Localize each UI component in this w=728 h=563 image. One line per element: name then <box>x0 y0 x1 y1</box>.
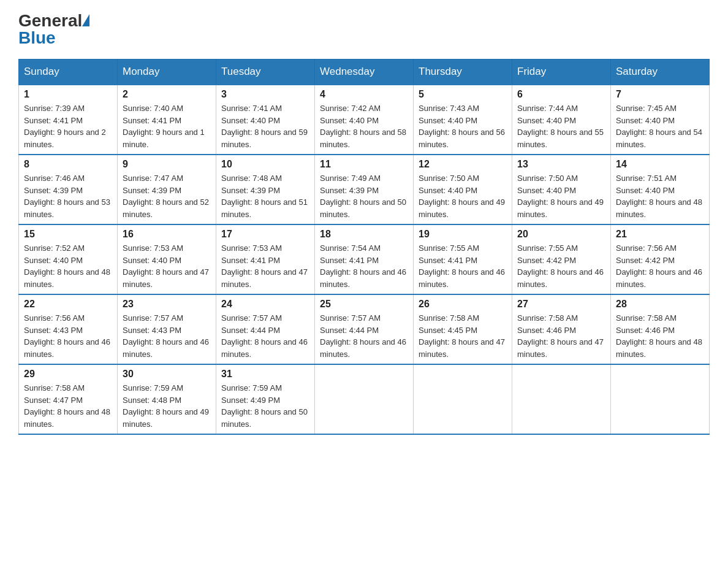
calendar-cell: 31Sunrise: 7:59 AMSunset: 4:49 PMDayligh… <box>216 364 315 434</box>
day-info: Sunrise: 7:44 AMSunset: 4:40 PMDaylight:… <box>517 102 605 150</box>
day-number: 2 <box>123 89 211 100</box>
calendar-header-wednesday: Wednesday <box>315 59 414 85</box>
day-info: Sunrise: 7:40 AMSunset: 4:41 PMDaylight:… <box>123 102 211 150</box>
calendar-cell: 30Sunrise: 7:59 AMSunset: 4:48 PMDayligh… <box>118 364 216 434</box>
calendar-cell: 28Sunrise: 7:58 AMSunset: 4:46 PMDayligh… <box>611 294 710 364</box>
day-info: Sunrise: 7:49 AMSunset: 4:39 PMDaylight:… <box>320 172 408 220</box>
calendar-cell: 21Sunrise: 7:56 AMSunset: 4:42 PMDayligh… <box>611 224 710 294</box>
day-info: Sunrise: 7:55 AMSunset: 4:41 PMDaylight:… <box>419 242 507 290</box>
day-info: Sunrise: 7:43 AMSunset: 4:40 PMDaylight:… <box>419 102 507 150</box>
day-info: Sunrise: 7:48 AMSunset: 4:39 PMDaylight:… <box>221 172 309 220</box>
day-number: 7 <box>616 89 704 100</box>
day-number: 10 <box>221 159 309 170</box>
day-number: 27 <box>517 299 605 310</box>
calendar-cell: 9Sunrise: 7:47 AMSunset: 4:39 PMDaylight… <box>118 155 216 224</box>
calendar-cell: 8Sunrise: 7:46 AMSunset: 4:39 PMDaylight… <box>19 155 118 224</box>
calendar-cell: 3Sunrise: 7:41 AMSunset: 4:40 PMDaylight… <box>216 85 315 155</box>
day-number: 14 <box>616 159 704 170</box>
day-info: Sunrise: 7:58 AMSunset: 4:45 PMDaylight:… <box>419 312 507 360</box>
calendar-header-tuesday: Tuesday <box>216 59 315 85</box>
day-number: 1 <box>24 89 112 100</box>
day-info: Sunrise: 7:50 AMSunset: 4:40 PMDaylight:… <box>517 172 605 220</box>
day-info: Sunrise: 7:47 AMSunset: 4:39 PMDaylight:… <box>123 172 211 220</box>
day-info: Sunrise: 7:45 AMSunset: 4:40 PMDaylight:… <box>616 102 704 150</box>
calendar-header-monday: Monday <box>118 59 216 85</box>
logo-general-text: General <box>18 12 89 29</box>
calendar-cell: 6Sunrise: 7:44 AMSunset: 4:40 PMDaylight… <box>512 85 611 155</box>
day-info: Sunrise: 7:54 AMSunset: 4:41 PMDaylight:… <box>320 242 408 290</box>
day-number: 24 <box>221 299 309 310</box>
day-number: 12 <box>419 159 507 170</box>
day-number: 25 <box>320 299 408 310</box>
logo: General Blue <box>18 12 89 47</box>
day-number: 23 <box>123 299 211 310</box>
calendar-cell <box>315 364 414 434</box>
day-number: 26 <box>419 299 507 310</box>
calendar-cell <box>414 364 512 434</box>
day-number: 29 <box>24 369 112 380</box>
day-number: 20 <box>517 229 605 240</box>
day-number: 30 <box>123 369 211 380</box>
day-info: Sunrise: 7:57 AMSunset: 4:43 PMDaylight:… <box>123 312 211 360</box>
calendar-cell: 12Sunrise: 7:50 AMSunset: 4:40 PMDayligh… <box>414 155 512 224</box>
day-number: 16 <box>123 229 211 240</box>
calendar-cell: 11Sunrise: 7:49 AMSunset: 4:39 PMDayligh… <box>315 155 414 224</box>
calendar-cell: 15Sunrise: 7:52 AMSunset: 4:40 PMDayligh… <box>19 224 118 294</box>
logo-triangle-icon <box>82 14 89 26</box>
day-info: Sunrise: 7:46 AMSunset: 4:39 PMDaylight:… <box>24 172 112 220</box>
day-number: 31 <box>221 369 309 380</box>
calendar-cell: 7Sunrise: 7:45 AMSunset: 4:40 PMDaylight… <box>611 85 710 155</box>
day-number: 8 <box>24 159 112 170</box>
calendar-cell: 20Sunrise: 7:55 AMSunset: 4:42 PMDayligh… <box>512 224 611 294</box>
day-info: Sunrise: 7:52 AMSunset: 4:40 PMDaylight:… <box>24 242 112 290</box>
day-info: Sunrise: 7:56 AMSunset: 4:43 PMDaylight:… <box>24 312 112 360</box>
day-info: Sunrise: 7:53 AMSunset: 4:40 PMDaylight:… <box>123 242 211 290</box>
day-info: Sunrise: 7:50 AMSunset: 4:40 PMDaylight:… <box>419 172 507 220</box>
calendar-cell: 26Sunrise: 7:58 AMSunset: 4:45 PMDayligh… <box>414 294 512 364</box>
day-number: 28 <box>616 299 704 310</box>
day-info: Sunrise: 7:58 AMSunset: 4:46 PMDaylight:… <box>616 312 704 360</box>
day-info: Sunrise: 7:42 AMSunset: 4:40 PMDaylight:… <box>320 102 408 150</box>
calendar-cell: 27Sunrise: 7:58 AMSunset: 4:46 PMDayligh… <box>512 294 611 364</box>
calendar-cell: 5Sunrise: 7:43 AMSunset: 4:40 PMDaylight… <box>414 85 512 155</box>
calendar-week-row: 1Sunrise: 7:39 AMSunset: 4:41 PMDaylight… <box>19 85 710 155</box>
calendar-cell: 14Sunrise: 7:51 AMSunset: 4:40 PMDayligh… <box>611 155 710 224</box>
day-number: 5 <box>419 89 507 100</box>
calendar-cell: 23Sunrise: 7:57 AMSunset: 4:43 PMDayligh… <box>118 294 216 364</box>
calendar-cell: 22Sunrise: 7:56 AMSunset: 4:43 PMDayligh… <box>19 294 118 364</box>
day-number: 15 <box>24 229 112 240</box>
day-number: 13 <box>517 159 605 170</box>
day-info: Sunrise: 7:59 AMSunset: 4:49 PMDaylight:… <box>221 382 309 430</box>
day-info: Sunrise: 7:53 AMSunset: 4:41 PMDaylight:… <box>221 242 309 290</box>
day-info: Sunrise: 7:55 AMSunset: 4:42 PMDaylight:… <box>517 242 605 290</box>
calendar-cell: 4Sunrise: 7:42 AMSunset: 4:40 PMDaylight… <box>315 85 414 155</box>
day-number: 21 <box>616 229 704 240</box>
calendar-header-saturday: Saturday <box>611 59 710 85</box>
day-info: Sunrise: 7:51 AMSunset: 4:40 PMDaylight:… <box>616 172 704 220</box>
calendar-cell: 19Sunrise: 7:55 AMSunset: 4:41 PMDayligh… <box>414 224 512 294</box>
day-info: Sunrise: 7:57 AMSunset: 4:44 PMDaylight:… <box>320 312 408 360</box>
calendar-header-thursday: Thursday <box>414 59 512 85</box>
calendar-cell <box>611 364 710 434</box>
logo-blue-text: Blue <box>18 29 56 47</box>
day-info: Sunrise: 7:57 AMSunset: 4:44 PMDaylight:… <box>221 312 309 360</box>
day-info: Sunrise: 7:59 AMSunset: 4:48 PMDaylight:… <box>123 382 211 430</box>
day-number: 19 <box>419 229 507 240</box>
day-info: Sunrise: 7:58 AMSunset: 4:46 PMDaylight:… <box>517 312 605 360</box>
day-info: Sunrise: 7:39 AMSunset: 4:41 PMDaylight:… <box>24 102 112 150</box>
calendar-cell: 24Sunrise: 7:57 AMSunset: 4:44 PMDayligh… <box>216 294 315 364</box>
calendar-cell: 1Sunrise: 7:39 AMSunset: 4:41 PMDaylight… <box>19 85 118 155</box>
calendar-cell: 2Sunrise: 7:40 AMSunset: 4:41 PMDaylight… <box>118 85 216 155</box>
day-number: 6 <box>517 89 605 100</box>
day-info: Sunrise: 7:41 AMSunset: 4:40 PMDaylight:… <box>221 102 309 150</box>
day-number: 18 <box>320 229 408 240</box>
day-number: 11 <box>320 159 408 170</box>
calendar-cell: 13Sunrise: 7:50 AMSunset: 4:40 PMDayligh… <box>512 155 611 224</box>
day-number: 22 <box>24 299 112 310</box>
day-number: 4 <box>320 89 408 100</box>
calendar-header-sunday: Sunday <box>19 59 118 85</box>
day-info: Sunrise: 7:58 AMSunset: 4:47 PMDaylight:… <box>24 382 112 430</box>
calendar-cell <box>512 364 611 434</box>
day-number: 3 <box>221 89 309 100</box>
calendar-week-row: 8Sunrise: 7:46 AMSunset: 4:39 PMDaylight… <box>19 155 710 224</box>
